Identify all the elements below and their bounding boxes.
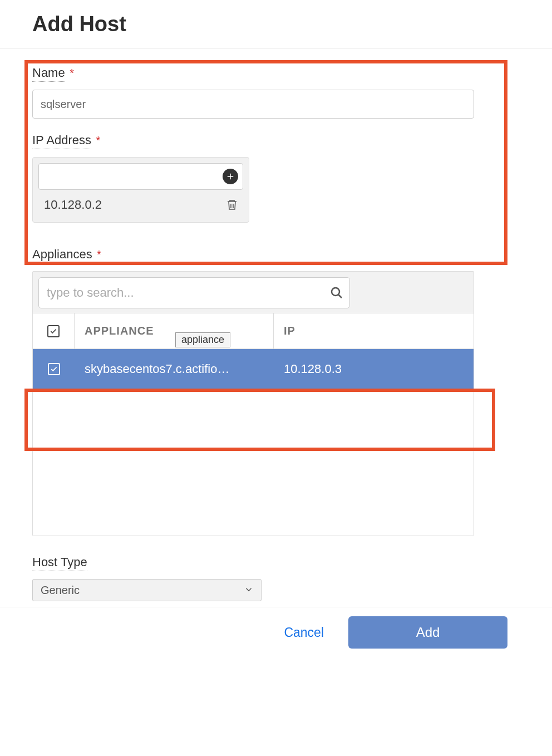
- table-body: appliance skybasecentos7.c.actifio… 10.1…: [33, 349, 474, 536]
- search-row: [33, 272, 474, 313]
- row-appliance-name: skybasecentos7.c.actifio…: [75, 362, 274, 376]
- row-checkbox-cell: [33, 363, 75, 375]
- footer: Cancel Add: [0, 607, 552, 660]
- host-type-section: Host Type: [32, 555, 520, 601]
- ip-entry: 10.128.0.2: [38, 190, 243, 217]
- table-header: APPLIANCE IP: [33, 313, 474, 349]
- required-asterisk: *: [70, 67, 74, 79]
- host-type-select[interactable]: [32, 579, 262, 601]
- appliances-label: Appliances: [32, 247, 92, 263]
- select-all-checkbox[interactable]: [47, 325, 60, 337]
- table-row[interactable]: appliance skybasecentos7.c.actifio… 10.1…: [33, 349, 474, 389]
- row-ip: 10.128.0.3: [274, 362, 474, 376]
- cancel-button[interactable]: Cancel: [284, 625, 324, 640]
- appliances-table: APPLIANCE IP appliance skybasecentos7.c.…: [32, 271, 474, 536]
- appliances-section: Appliances * APPLIANCE IP: [32, 247, 520, 536]
- header-appliance: APPLIANCE: [75, 313, 274, 348]
- name-label: Name: [32, 66, 65, 82]
- host-type-select-wrap: [32, 579, 262, 601]
- add-button[interactable]: Add: [348, 616, 507, 649]
- ip-field-group: IP Address * 10.128.0.2: [32, 133, 520, 223]
- appliance-search-input[interactable]: [38, 277, 350, 308]
- tooltip: appliance: [175, 332, 230, 347]
- form-content: Name * IP Address * 10.128.0.2: [0, 49, 552, 607]
- ip-container: 10.128.0.2: [32, 157, 249, 223]
- name-field-group: Name *: [32, 66, 520, 119]
- header-ip: IP: [274, 313, 474, 348]
- ip-input-row: [38, 163, 243, 190]
- ip-entry-value: 10.128.0.2: [44, 198, 102, 212]
- host-type-label: Host Type: [32, 555, 87, 571]
- page-title: Add Host: [0, 0, 552, 49]
- row-checkbox[interactable]: [48, 363, 60, 375]
- required-asterisk: *: [96, 134, 100, 146]
- ip-label: IP Address: [32, 133, 91, 149]
- plus-circle-icon[interactable]: [223, 169, 238, 184]
- name-input[interactable]: [32, 90, 474, 119]
- required-asterisk: *: [97, 248, 101, 261]
- ip-input[interactable]: [41, 166, 223, 187]
- header-checkbox-cell: [33, 313, 75, 348]
- trash-icon[interactable]: [225, 198, 239, 212]
